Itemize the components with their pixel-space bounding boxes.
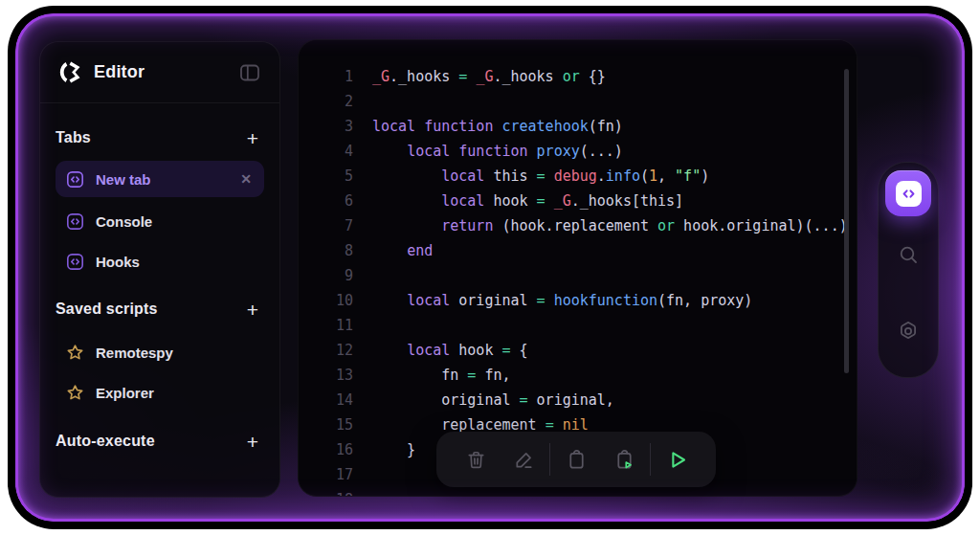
code-square-icon (65, 212, 85, 232)
code-text: original = original, (353, 388, 614, 412)
k-logo-icon (57, 59, 83, 85)
code-editor-panel: 1_G._hooks = _G._hooks or {}23local func… (298, 39, 858, 497)
app-window: Editor Tabs + (15, 13, 965, 522)
sidebar-header: Editor (40, 42, 279, 103)
sidebar-title: Editor (94, 62, 227, 82)
line-number: 10 (299, 288, 353, 313)
code-text: local original = hookfunction(fn, proxy) (353, 288, 752, 313)
code-chip-icon (896, 181, 922, 207)
code-line: 3local function createhook(fn) (299, 114, 857, 139)
line-number: 3 (299, 114, 353, 139)
line-number: 12 (299, 338, 353, 363)
code-text: local function proxy(...) (353, 139, 623, 164)
trash-icon[interactable] (454, 437, 498, 481)
edit-pencil-icon[interactable] (501, 437, 546, 481)
script-label: Explorer (96, 385, 255, 401)
device-frame: Editor Tabs + (8, 6, 972, 529)
tab-label: Console (96, 213, 255, 230)
code-text (353, 462, 372, 487)
add-script-button[interactable]: + (241, 298, 264, 321)
line-number: 6 (299, 189, 353, 213)
code-line: 13 fn = fn, (299, 363, 857, 388)
toolbar-divider (650, 443, 651, 476)
code-text (353, 313, 372, 338)
tab-label: Hooks (96, 254, 255, 270)
line-number: 17 (299, 462, 353, 487)
line-number: 2 (299, 89, 353, 114)
add-tab-button[interactable]: + (241, 126, 264, 149)
line-number: 15 (299, 412, 353, 437)
line-number: 5 (299, 164, 353, 189)
line-number: 8 (299, 238, 353, 263)
sidebar: Editor Tabs + (39, 41, 280, 498)
search-icon[interactable] (879, 216, 938, 293)
section-tabs: Tabs + (56, 122, 264, 154)
code-text: local hook = { (353, 338, 528, 363)
script-label: Remotespy (96, 345, 255, 361)
line-number: 11 (299, 313, 353, 338)
code-text: fn = fn, (353, 363, 511, 388)
paste-run-icon[interactable] (602, 437, 646, 481)
code-editor-icon[interactable] (885, 170, 931, 216)
code-editor[interactable]: 1_G._hooks = _G._hooks or {}23local func… (299, 40, 857, 496)
code-text: return (hook.replacement or hook.origina… (353, 213, 848, 238)
star-icon (65, 383, 85, 403)
code-line: 2 (299, 89, 857, 114)
section-saved-scripts: Saved scripts + (56, 293, 264, 325)
line-number: 13 (299, 363, 353, 388)
run-play-icon[interactable] (655, 437, 699, 481)
section-saved-label: Saved scripts (56, 301, 241, 318)
sidebar-body: Tabs + New tab ✕ (40, 103, 279, 457)
editor-action-bar (436, 432, 716, 487)
code-line: 18 (299, 487, 857, 496)
code-text: end (353, 238, 433, 263)
code-square-icon (65, 169, 85, 189)
section-tabs-label: Tabs (56, 129, 241, 146)
code-text: local hook = _G._hooks[this] (353, 189, 683, 213)
code-line: 14 original = original, (299, 388, 857, 412)
right-rail (878, 162, 939, 378)
section-auto-execute: Auto-execute + (56, 425, 264, 457)
sidebar-item-explorer[interactable]: Explorer (56, 374, 264, 411)
line-number: 1 (299, 64, 353, 89)
code-line: 10 local original = hookfunction(fn, pro… (299, 288, 857, 313)
line-number: 9 (299, 263, 353, 288)
star-icon (65, 343, 85, 363)
sidebar-item-hooks[interactable]: Hooks (56, 243, 264, 279)
line-number: 4 (299, 139, 353, 164)
clipboard-icon[interactable] (554, 437, 598, 481)
code-text: local function createhook(fn) (353, 114, 623, 139)
settings-icon[interactable] (879, 293, 938, 369)
line-number: 7 (299, 213, 353, 238)
panel-toggle-icon[interactable] (237, 60, 262, 85)
section-auto-label: Auto-execute (56, 433, 241, 450)
close-tab-icon[interactable]: ✕ (237, 169, 255, 189)
code-line: 9 (299, 263, 857, 288)
tab-label: New tab (96, 171, 227, 188)
code-text (353, 487, 372, 496)
code-square-icon (65, 252, 85, 272)
code-line: 6 local hook = _G._hooks[this] (299, 189, 857, 213)
code-line: 8 end (299, 238, 857, 263)
toolbar-divider (549, 443, 550, 476)
editor-scrollbar[interactable] (844, 69, 849, 373)
sidebar-item-new-tab[interactable]: New tab ✕ (56, 161, 264, 197)
code-line: 11 (299, 313, 857, 338)
code-text (353, 263, 372, 288)
add-autoexec-button[interactable]: + (241, 430, 264, 453)
sidebar-item-console[interactable]: Console (56, 203, 264, 239)
code-line: 7 return (hook.replacement or hook.origi… (299, 213, 857, 238)
code-text: _G._hooks = _G._hooks or {} (353, 64, 606, 89)
code-text: local this = debug.info(1, "f") (353, 164, 709, 189)
code-text: } (353, 437, 415, 462)
line-number: 18 (299, 487, 353, 496)
code-text (353, 89, 372, 114)
code-line: 5 local this = debug.info(1, "f") (299, 164, 857, 189)
line-number: 14 (299, 388, 353, 412)
code-line: 4 local function proxy(...) (299, 139, 857, 164)
code-line: 1_G._hooks = _G._hooks or {} (299, 64, 857, 89)
line-number: 16 (299, 437, 353, 462)
sidebar-item-remotespy[interactable]: Remotespy (56, 334, 264, 370)
code-line: 12 local hook = { (299, 338, 857, 363)
